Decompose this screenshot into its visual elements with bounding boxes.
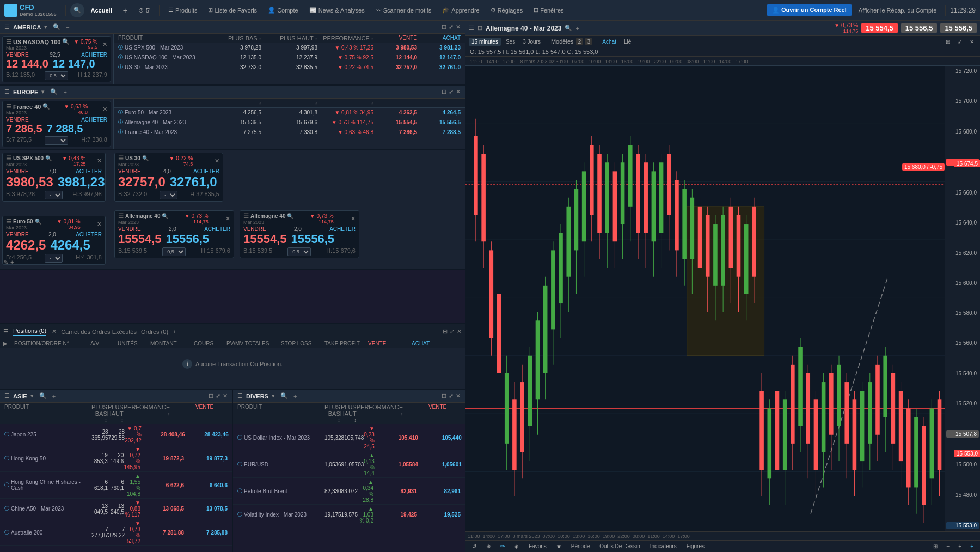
close-ticker-icon[interactable]: ✕ bbox=[102, 41, 107, 48]
dax-search-icon[interactable]: 🔍 bbox=[162, 213, 168, 219]
buy-val[interactable]: 105,440 bbox=[418, 435, 462, 441]
col-pvmv[interactable]: PV/MV TOTALES bbox=[226, 341, 281, 347]
sell-val[interactable]: 7 281,88 bbox=[140, 530, 184, 536]
buy-val[interactable]: 82,961 bbox=[417, 488, 461, 494]
france-search-icon[interactable]: 🔍 bbox=[42, 103, 50, 110]
chart-close-btn[interactable]: ✕ bbox=[967, 38, 977, 46]
chart-pen-btn[interactable]: ✏ bbox=[497, 542, 508, 550]
chart-period-btn[interactable]: Période bbox=[568, 542, 593, 550]
asia-expand-icon[interactable]: ⤢ bbox=[216, 392, 220, 399]
buy-val[interactable]: 13 078,5 bbox=[184, 506, 228, 512]
europe-expand-icon[interactable]: ⤢ bbox=[449, 88, 454, 95]
close-spx-icon[interactable]: ✕ bbox=[97, 157, 102, 165]
chart-minus-btn[interactable]: − bbox=[943, 542, 953, 550]
close-euro50-icon[interactable]: ✕ bbox=[97, 221, 102, 228]
tab-positions[interactable]: Positions (0) bbox=[13, 327, 46, 336]
buy-chart-btn[interactable]: Achat bbox=[599, 38, 619, 46]
pos-close-icon[interactable]: ✕ bbox=[457, 328, 462, 335]
table-row[interactable]: ⓘ US 30 - Mar 2023 32 732,0 32 835,5 ▼ 0… bbox=[114, 63, 465, 72]
close-dax2-icon[interactable]: ✕ bbox=[351, 215, 356, 222]
products-button[interactable]: ☰ Produits bbox=[164, 5, 201, 15]
table-row[interactable]: ⓘ US SPX 500 - Mar 2023 3 978,28 3 997,9… bbox=[114, 43, 465, 53]
europe-add-icon[interactable]: + bbox=[63, 89, 66, 95]
days-btn[interactable]: 3 Jours bbox=[520, 38, 543, 46]
america-search-icon[interactable]: 🔍 bbox=[53, 23, 60, 31]
table-row[interactable]: ⓘ US Dollar Index - Mar 2023 105,328 105… bbox=[233, 424, 465, 451]
chart-marker-btn[interactable]: ◈ bbox=[511, 542, 522, 550]
buy-val[interactable]: 4 264,5 bbox=[417, 110, 461, 116]
chart-crosshair-btn[interactable]: ⊕ bbox=[483, 542, 494, 550]
america-add-icon[interactable]: + bbox=[66, 24, 69, 31]
chart-add-icon[interactable]: + bbox=[575, 25, 579, 32]
chart-buy-badge[interactable]: 15 556,5 bbox=[901, 23, 938, 33]
chart-grid-icon[interactable]: ⊞ bbox=[477, 25, 482, 32]
buy-val[interactable]: 7 288,5 bbox=[417, 129, 461, 135]
chart-grid2-btn[interactable]: ⊞ bbox=[930, 542, 941, 550]
sell-val[interactable]: 19 872,3 bbox=[140, 456, 184, 462]
europe-search-icon[interactable]: 🔍 bbox=[50, 88, 58, 95]
table-row[interactable]: ⓘ EUR/USD 1,05369 1,05703 ▲ 0,13 % 14,4 … bbox=[233, 451, 465, 478]
chart-area[interactable]: 15 720,0 15 700,0 15 680,0 15 674,5 15 6… bbox=[465, 66, 980, 531]
europe-dropdown-icon[interactable]: ▾ bbox=[41, 88, 45, 95]
table-row[interactable]: ⓘ France 40 - Mar 2023 7 275,5 7 330,8 ▼… bbox=[114, 128, 465, 137]
buy-val[interactable]: 12 147,0 bbox=[417, 54, 461, 60]
close-icon[interactable]: ✕ bbox=[456, 23, 461, 31]
layout-icon[interactable]: ⊞ bbox=[442, 23, 446, 31]
sell-val[interactable]: 32 757,0 bbox=[373, 64, 417, 70]
asia-search-icon[interactable]: 🔍 bbox=[39, 392, 47, 399]
chart-layout-btn[interactable]: ⊞ bbox=[943, 38, 953, 46]
watchlist-button[interactable]: ⊞ Liste de Favoris bbox=[204, 5, 261, 15]
expand-icon[interactable]: ⤢ bbox=[449, 23, 454, 31]
chart-buy-badge2[interactable]: 15 556,5 bbox=[940, 23, 977, 33]
buy-val[interactable]: 19,525 bbox=[417, 512, 461, 518]
search-button[interactable]: 🔍 bbox=[70, 3, 84, 17]
models-btn[interactable]: Modèles 2 3 bbox=[548, 37, 595, 46]
sell-val[interactable]: 15 554,5 bbox=[373, 119, 417, 125]
sell-val[interactable]: 3 980,53 bbox=[373, 45, 417, 51]
account-button[interactable]: 👤 Compte bbox=[264, 5, 303, 15]
europe-spread-selector[interactable]: -0,5 bbox=[45, 136, 68, 145]
divers-close-icon[interactable]: ✕ bbox=[456, 392, 461, 399]
asia-dropdown-icon[interactable]: ▾ bbox=[30, 392, 34, 399]
dax2-search-icon[interactable]: 🔍 bbox=[287, 213, 293, 219]
tf-15min[interactable]: 15 minutes bbox=[469, 38, 501, 46]
windows-button[interactable]: ⊡ Fenêtres bbox=[529, 5, 568, 15]
chart-favorites-btn[interactable]: Favoris bbox=[525, 542, 550, 550]
america-dropdown-icon[interactable]: ▾ bbox=[44, 23, 47, 31]
pos-layout-icon[interactable]: ⊞ bbox=[443, 328, 448, 335]
table-row[interactable]: ⓘ Japon 225 28 365,95 28 729,58 ▼ 0,7 % … bbox=[0, 424, 232, 445]
open-account-button[interactable]: 👤 Ouvrir un Compte Réel bbox=[767, 4, 852, 16]
chart-sell-badge[interactable]: 15 554,5 bbox=[861, 23, 898, 33]
spread-selector[interactable]: 0,51 bbox=[45, 71, 68, 80]
col-amount[interactable]: MONTANT bbox=[150, 341, 194, 347]
col-position-num[interactable]: POSITION/ORDRE N° bbox=[14, 341, 90, 347]
chart-reload-btn[interactable]: ↺ bbox=[469, 542, 480, 550]
chart-indicators-btn[interactable]: Indicateurs bbox=[647, 542, 680, 550]
divers-search-icon[interactable]: 🔍 bbox=[280, 392, 288, 399]
chart-search-icon[interactable]: 🔍 bbox=[565, 25, 572, 32]
dax-spread-sel[interactable]: 0,5 bbox=[162, 247, 186, 256]
asia-close-icon[interactable]: ✕ bbox=[223, 392, 228, 399]
col-take[interactable]: TAKE PROFIT bbox=[324, 341, 368, 347]
table-row[interactable]: ⓘ Hong Kong Chine H.shares - Cash 6 618,… bbox=[0, 472, 232, 499]
divers-dropdown-icon[interactable]: ▾ bbox=[272, 392, 275, 399]
divers-layout-icon[interactable]: ⊞ bbox=[442, 392, 446, 399]
spx-search-icon[interactable]: 🔍 bbox=[45, 155, 52, 161]
sell-val[interactable]: 4 262,5 bbox=[373, 110, 417, 116]
draw-icon[interactable]: ✎ bbox=[3, 259, 8, 266]
buy-val[interactable]: 15 556,5 bbox=[417, 119, 461, 125]
learn-button[interactable]: 🎓 Apprendre bbox=[438, 5, 483, 15]
news-button[interactable]: 📰 News & Analyses bbox=[305, 5, 369, 15]
tab-orders[interactable]: Ordres (0) bbox=[141, 329, 168, 335]
col-av[interactable]: A/V bbox=[90, 341, 118, 347]
us30-search-icon[interactable]: 🔍 bbox=[142, 155, 149, 161]
buy-val[interactable]: 1,05601 bbox=[418, 462, 462, 468]
divers-expand-icon[interactable]: ⤢ bbox=[449, 392, 454, 399]
us30-spread-sel[interactable]: - bbox=[160, 191, 177, 199]
sell-val[interactable]: 82,931 bbox=[373, 488, 417, 494]
chart-star-btn[interactable]: ★ bbox=[553, 542, 565, 550]
add-tab-pos-icon[interactable]: + bbox=[173, 329, 176, 335]
sections-scroll[interactable]: ☰ AMERICA ▾ 🔍 + ⊞ ⤢ ✕ bbox=[0, 21, 465, 323]
close-france-icon[interactable]: ✕ bbox=[102, 106, 107, 113]
buy-val[interactable]: 3 981,23 bbox=[417, 45, 461, 51]
